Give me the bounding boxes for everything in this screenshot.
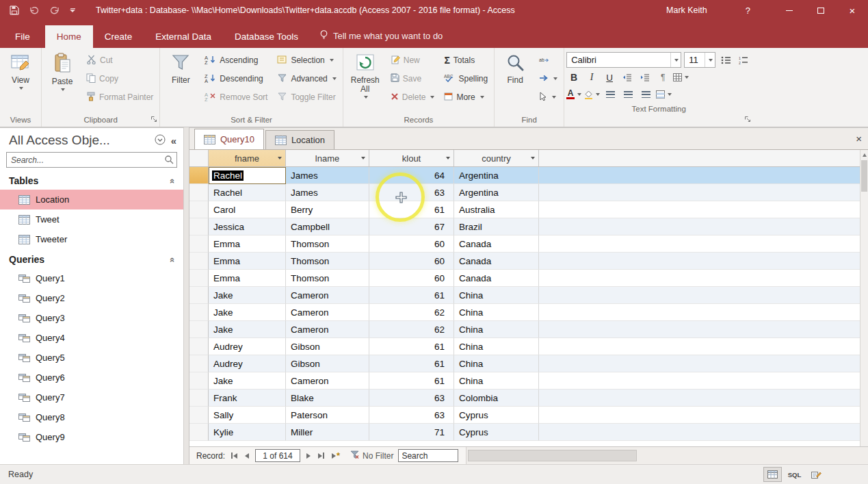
table-row[interactable]: RachelJames63Argentina	[189, 184, 860, 201]
chevron-down-icon[interactable]	[446, 157, 450, 160]
cell-klout[interactable]: 64	[369, 167, 454, 184]
gridlines-button[interactable]	[673, 70, 689, 85]
cell-lname[interactable]: Berry	[286, 201, 369, 218]
filter-status-button[interactable]: No Filter	[350, 450, 393, 461]
chevron-down-icon[interactable]	[531, 157, 535, 160]
record-selector[interactable]	[189, 338, 209, 355]
record-selector[interactable]	[189, 184, 209, 201]
copy-button[interactable]: Copy	[82, 71, 157, 87]
cell-klout[interactable]: 62	[369, 321, 454, 338]
cell-fname[interactable]: Emma	[209, 235, 286, 253]
record-selector[interactable]	[189, 253, 209, 270]
search-icon[interactable]	[164, 155, 174, 166]
record-selector[interactable]	[189, 355, 209, 372]
tab-create[interactable]: Create	[93, 25, 144, 48]
cell-country[interactable]: China	[454, 287, 539, 304]
cell-country[interactable]: China	[454, 372, 539, 390]
tab-home[interactable]: Home	[45, 25, 93, 48]
record-selector[interactable]	[189, 218, 209, 235]
chevron-down-icon[interactable]	[705, 53, 715, 67]
sidebar-item-tweet[interactable]: Tweet	[0, 209, 183, 229]
cell-klout[interactable]: 60	[369, 253, 454, 270]
record-selector[interactable]	[189, 424, 209, 441]
cell-fname[interactable]: Jake	[209, 372, 286, 390]
select-button[interactable]	[535, 89, 562, 105]
align-left-button[interactable]	[603, 87, 618, 102]
table-row[interactable]: EmmaThomson60Canada	[189, 253, 860, 270]
cell-klout[interactable]: 61	[369, 287, 454, 304]
column-header-country[interactable]: country	[454, 150, 539, 166]
cell-country[interactable]: Colombia	[454, 390, 539, 407]
column-header-lname[interactable]: lname	[286, 150, 369, 166]
table-row[interactable]: EmmaThomson60Canada	[189, 270, 860, 287]
cell-lname[interactable]: Gibson	[286, 355, 369, 372]
cell-lname[interactable]: James	[286, 167, 369, 184]
cell-lname[interactable]: Thomson	[286, 235, 369, 253]
cell-country[interactable]: Australia	[454, 201, 539, 218]
cell-lname[interactable]: James	[286, 184, 369, 201]
cell-fname[interactable]: Audrey	[209, 338, 286, 355]
record-selector[interactable]	[189, 390, 209, 407]
pane-splitter[interactable]	[183, 127, 189, 464]
tab-query10[interactable]: Query10	[194, 129, 264, 149]
cell-lname[interactable]: Thomson	[286, 253, 369, 270]
alternate-row-color-button[interactable]	[656, 87, 672, 102]
dialog-launcher-icon[interactable]	[744, 114, 751, 125]
dialog-launcher-icon[interactable]	[150, 114, 157, 125]
cell-klout[interactable]: 63	[369, 407, 454, 424]
column-header-fname[interactable]: fname	[209, 150, 286, 166]
cell-fname[interactable]: Sally	[209, 407, 286, 424]
underline-button[interactable]: U	[602, 70, 617, 85]
customize-toolbar-icon[interactable]	[70, 8, 75, 12]
cell-lname[interactable]: Cameron	[286, 372, 369, 390]
scrollbar-thumb[interactable]	[861, 160, 867, 192]
cell-country[interactable]: Canada	[454, 253, 539, 270]
cell-klout[interactable]: 61	[369, 338, 454, 355]
cell-fname[interactable]: Jake	[209, 304, 286, 321]
cell-fname[interactable]: Kylie	[209, 424, 286, 441]
cell-lname[interactable]: Gibson	[286, 338, 369, 355]
text-direction-icon[interactable]: ¶	[655, 70, 670, 85]
bold-button[interactable]: B	[566, 70, 581, 85]
record-selector[interactable]	[189, 201, 209, 218]
table-row[interactable]: AudreyGibson61China	[189, 338, 860, 355]
cell-fname[interactable]: Jessica	[209, 218, 286, 235]
new-record-button[interactable]: *	[330, 452, 341, 460]
delete-button[interactable]: Delete	[386, 89, 439, 105]
datasheet-view-button[interactable]	[763, 467, 782, 482]
sql-view-button[interactable]: SQL	[785, 467, 804, 482]
queries-section-header[interactable]: Queries «	[0, 249, 183, 268]
cell-klout[interactable]: 61	[369, 372, 454, 390]
go-to-button[interactable]	[535, 71, 562, 87]
table-row[interactable]: JakeCameron62China	[189, 304, 860, 321]
table-row[interactable]: FrankBlake63Colombia	[189, 390, 860, 407]
italic-button[interactable]: I	[584, 70, 599, 85]
align-center-button[interactable]	[620, 87, 635, 102]
cell-country[interactable]: China	[454, 304, 539, 321]
cell-fname[interactable]: Carol	[209, 201, 286, 218]
record-selector[interactable]	[189, 235, 209, 253]
shutter-bar-collapse-icon[interactable]: «	[171, 135, 176, 147]
tab-external-data[interactable]: External Data	[144, 25, 223, 48]
more-button[interactable]: More	[440, 89, 492, 105]
cell-klout[interactable]: 67	[369, 218, 454, 235]
last-record-button[interactable]	[317, 451, 326, 460]
paste-button[interactable]: Paste	[44, 49, 81, 91]
chevron-down-icon[interactable]	[278, 157, 282, 160]
filter-button[interactable]: Filter	[162, 49, 199, 85]
cell-fname[interactable]: Rachel	[209, 184, 286, 201]
search-input[interactable]	[6, 152, 177, 168]
cell-fname[interactable]: Frank	[209, 390, 286, 407]
cell-klout[interactable]: 71	[369, 424, 454, 441]
column-header-klout[interactable]: klout	[369, 150, 454, 166]
selection-button[interactable]: Selection	[273, 52, 340, 68]
cell-fname[interactable]: Jake	[209, 321, 286, 338]
format-painter-button[interactable]: Format Painter	[82, 89, 157, 105]
cut-button[interactable]: Cut	[82, 52, 157, 68]
tell-me-box[interactable]: Tell me what you want to do	[319, 29, 443, 48]
cell-fname[interactable]: Jake	[209, 287, 286, 304]
table-row[interactable]: JakeCameron61China	[189, 372, 860, 390]
cell-country[interactable]: Cyprus	[454, 424, 539, 441]
find-button[interactable]: Find	[497, 49, 534, 85]
record-selector[interactable]	[189, 372, 209, 390]
